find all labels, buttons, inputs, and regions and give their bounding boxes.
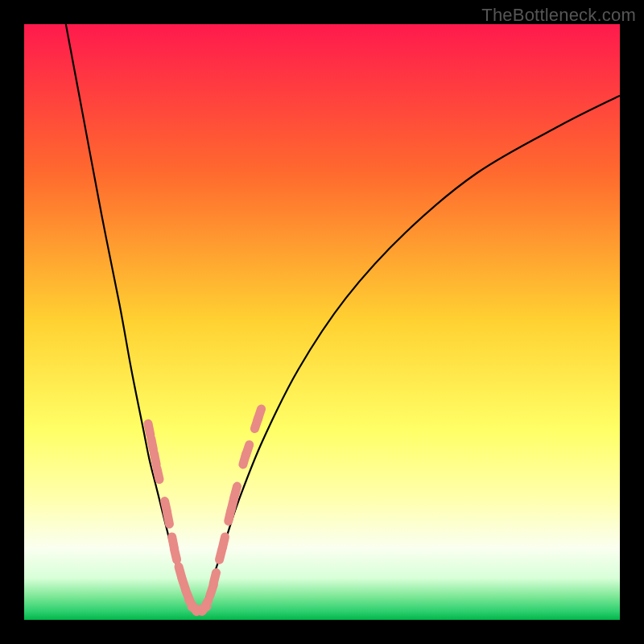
curve-layer (24, 24, 620, 620)
marker-group (148, 409, 261, 612)
watermark-text: TheBottleneck.com (481, 5, 636, 26)
data-marker (167, 513, 170, 524)
data-marker (154, 453, 156, 464)
data-marker (203, 600, 208, 609)
chart-container: TheBottleneck.com (0, 0, 644, 644)
data-marker (174, 549, 176, 560)
data-marker (148, 423, 151, 435)
curve-right-branch (203, 96, 620, 608)
data-marker (213, 572, 216, 584)
data-marker (222, 537, 225, 548)
data-marker (246, 444, 249, 455)
data-marker (157, 469, 159, 480)
data-marker (151, 439, 154, 450)
plot-area (24, 24, 620, 620)
data-marker (258, 409, 261, 419)
data-marker (234, 486, 237, 497)
